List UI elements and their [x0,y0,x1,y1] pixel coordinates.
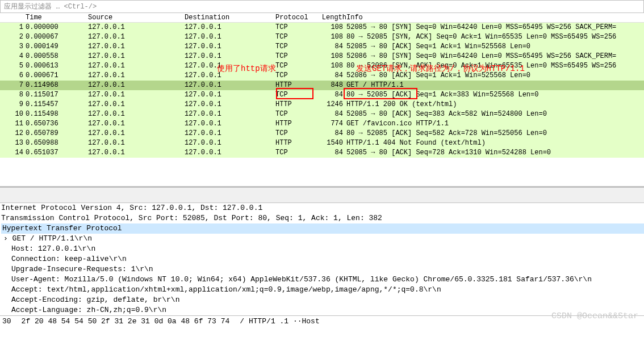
cell-destination: 127.0.0.1 [185,61,275,71]
packet-row[interactable]: 140.651037127.0.0.1127.0.0.1TCP8452085 →… [0,148,644,158]
cell-length: 84 [315,42,346,52]
cell-protocol: HTTP [275,138,315,148]
packet-row[interactable]: 50.000613127.0.0.1127.0.0.1TCP10880 → 52… [0,61,644,71]
detail-get-line[interactable]: › GET / HTTP/1.1\r\n [1,234,644,244]
packet-row[interactable]: 80.115017127.0.0.1127.0.0.1TCP8480 → 520… [0,90,644,100]
packet-row[interactable]: 110.650736127.0.0.1127.0.0.1HTTP774GET /… [0,119,644,129]
packet-row[interactable]: 30.000149127.0.0.1127.0.0.1TCP8452085 → … [0,42,644,52]
cell-time: 0.650736 [26,119,88,129]
cell-protocol: HTTP [275,100,315,109]
cell-protocol: TCP [275,71,315,81]
cell-no: 14 [0,148,26,158]
cell-no: 11 [0,119,26,129]
cell-destination: 127.0.0.1 [185,129,275,138]
detail-header-line[interactable]: Accept: text/html,application/xhtml+xml,… [1,285,644,295]
cell-time: 0.115498 [26,109,88,119]
column-protocol[interactable]: Protocol [275,13,315,22]
cell-length: 108 [315,32,346,42]
packet-row[interactable]: 130.650988127.0.0.1127.0.0.1HTTP1540HTTP… [0,138,644,148]
cell-protocol: TCP [275,61,315,71]
detail-header-line[interactable]: Accept-Encoding: gzip, deflate, br\r\n [1,295,644,305]
packet-list-table[interactable]: Time Source Destination Protocol Length … [0,13,644,158]
hex-view-bar[interactable]: 30 2f 20 48 54 54 50 2f 31 2e 31 0d 0a 4… [0,315,644,327]
column-time[interactable]: Time [26,13,88,22]
packet-row[interactable]: 100.115498127.0.0.1127.0.0.1TCP8452085 →… [0,109,644,119]
cell-source: 127.0.0.1 [88,61,185,71]
cell-protocol: TCP [275,32,315,42]
detail-header-line[interactable]: Upgrade-Insecure-Requests: 1\r\n [1,264,644,275]
cell-protocol: TCP [275,129,315,138]
cell-length: 774 [315,119,346,129]
hex-ascii: / HTTP/1 .1 ··Host [240,317,319,326]
cell-info: 52085 → 80 [ACK] Seq=728 Ack=1310 Win=52… [346,148,644,158]
packet-row[interactable]: 120.650789127.0.0.1127.0.0.1TCP8480 → 52… [0,129,644,138]
cell-info: HTTP/1.1 200 OK (text/html) [346,100,644,109]
detail-tcp-line[interactable]: Transmission Control Protocol, Src Port:… [1,213,644,223]
detail-header-line[interactable]: Connection: keep-alive\r\n [1,254,644,264]
cell-length: 1540 [315,138,346,148]
cell-protocol: HTTP [275,119,315,129]
cell-no: 3 [0,42,26,52]
cell-destination: 127.0.0.1 [185,148,275,158]
cell-source: 127.0.0.1 [88,148,185,158]
cell-info: 80 → 52086 [SYN, ACK] Seq=0 Ack=1 Win=65… [346,61,644,71]
cell-time: 0.000149 [26,42,88,52]
cell-destination: 127.0.0.1 [185,138,275,148]
packet-row[interactable]: 90.115457127.0.0.1127.0.0.1HTTP1246HTTP/… [0,100,644,109]
cell-destination: 127.0.0.1 [185,119,275,129]
detail-http-header[interactable]: Hypertext Transfer Protocol [1,223,644,234]
hex-bytes: 2f 20 48 54 54 50 2f 31 2e 31 0d 0a 48 6… [22,317,230,326]
cell-length: 108 [315,61,346,71]
cell-source: 127.0.0.1 [88,109,185,119]
cell-time: 0.000000 [26,23,88,32]
detail-header-line[interactable]: Host: 127.0.0.1\r\n [1,244,644,254]
column-source[interactable]: Source [88,13,185,22]
cell-time: 0.650789 [26,129,88,138]
packet-row[interactable]: 20.000067127.0.0.1127.0.0.1TCP10880 → 52… [0,32,644,42]
packet-detail-pane[interactable]: Internet Protocol Version 4, Src: 127.0.… [0,203,644,315]
filter-placeholder: 应用显示过滤器 … <Ctrl-/> [4,3,97,11]
cell-no: 2 [0,32,26,42]
cell-no: 10 [0,109,26,119]
cell-time: 0.000671 [26,71,88,81]
cell-info: 52085 → 80 [SYN] Seq=0 Win=64240 Len=0 M… [346,23,644,32]
display-filter-input[interactable]: 应用显示过滤器 … <Ctrl-/> [0,0,644,13]
column-info[interactable]: Info [346,13,644,22]
detail-ipv4-line[interactable]: Internet Protocol Version 4, Src: 127.0.… [1,203,644,213]
column-destination[interactable]: Destination [185,13,275,22]
cell-destination: 127.0.0.1 [185,71,275,81]
cell-source: 127.0.0.1 [88,119,185,129]
cell-length: 848 [315,81,346,90]
detail-header-line[interactable]: Accept-Language: zh-CN,zh;q=0.9\r\n [1,305,644,315]
cell-time: 0.650988 [26,138,88,148]
watermark-text: CSDN @Ocean&&Star [551,311,638,321]
cell-time: 0.114968 [26,81,88,90]
cell-time: 0.115017 [26,90,88,100]
cell-info: 52085 → 80 [ACK] Seq=383 Ack=582 Win=524… [346,109,644,119]
column-length[interactable]: Length [315,13,346,22]
packet-row[interactable]: 70.114968127.0.0.1127.0.0.1HTTP848GET / … [0,81,644,90]
cell-destination: 127.0.0.1 [185,100,275,109]
column-no[interactable] [0,13,26,22]
cell-source: 127.0.0.1 [88,23,185,32]
cell-time: 0.000613 [26,61,88,71]
cell-protocol: HTTP [275,81,315,90]
cell-info: GET /favicon.ico HTTP/1.1 [346,119,644,129]
packet-row[interactable]: 40.000558127.0.0.1127.0.0.1TCP10852086 →… [0,52,644,61]
cell-info: GET / HTTP/1.1 [346,81,644,90]
packet-row[interactable]: 60.000671127.0.0.1127.0.0.1TCP8452086 → … [0,71,644,81]
packet-row[interactable]: 10.000000127.0.0.1127.0.0.1TCP10852085 →… [0,23,644,32]
cell-protocol: TCP [275,52,315,61]
cell-destination: 127.0.0.1 [185,32,275,42]
cell-protocol: TCP [275,42,315,52]
cell-source: 127.0.0.1 [88,42,185,52]
pane-splitter[interactable] [0,186,644,203]
cell-no: 1 [0,23,26,32]
cell-info: 80 → 52085 [SYN, ACK] Seq=0 Ack=1 Win=65… [346,32,644,42]
cell-no: 8 [0,90,26,100]
cell-source: 127.0.0.1 [88,81,185,90]
cell-protocol: TCP [275,23,315,32]
cell-no: 13 [0,138,26,148]
cell-destination: 127.0.0.1 [185,42,275,52]
detail-header-line[interactable]: User-Agent: Mozilla/5.0 (Windows NT 10.0… [1,275,644,285]
